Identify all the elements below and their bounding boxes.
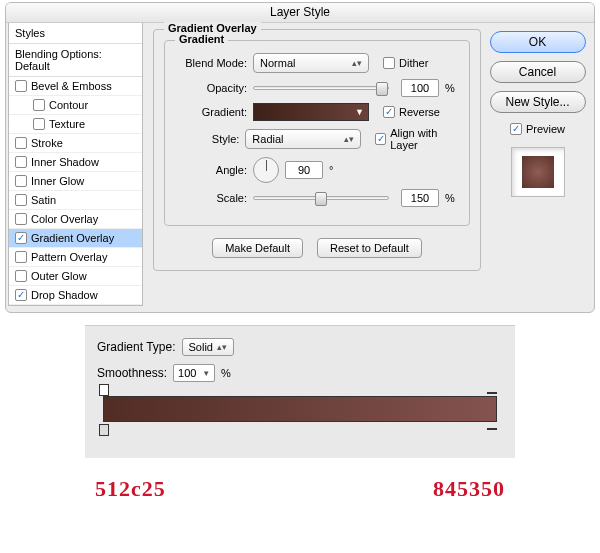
sidebar-item-bevel-emboss[interactable]: Bevel & Emboss bbox=[9, 77, 142, 96]
scale-label: Scale: bbox=[175, 192, 247, 204]
sidebar-item-label: Bevel & Emboss bbox=[31, 80, 112, 92]
sidebar-item-label: Outer Glow bbox=[31, 270, 87, 282]
reverse-label: Reverse bbox=[399, 106, 440, 118]
reverse-checkbox[interactable] bbox=[383, 106, 395, 118]
style-label: Style: bbox=[175, 133, 239, 145]
opacity-stop-right[interactable] bbox=[491, 384, 501, 400]
gradient-fieldset: Gradient Blend Mode: Normal ▴▾ Dither bbox=[164, 40, 470, 226]
chevron-down-icon: ▼ bbox=[202, 369, 210, 378]
sidebar-item-label: Drop Shadow bbox=[31, 289, 98, 301]
sidebar-item-inner-glow[interactable]: Inner Glow bbox=[9, 172, 142, 191]
sidebar-item-checkbox[interactable] bbox=[33, 99, 45, 111]
blend-mode-select[interactable]: Normal ▴▾ bbox=[253, 53, 369, 73]
sidebar-item-checkbox[interactable] bbox=[15, 270, 27, 282]
sidebar-item-label: Texture bbox=[49, 118, 85, 130]
style-value: Radial bbox=[252, 133, 283, 145]
angle-label: Angle: bbox=[175, 164, 247, 176]
sidebar-item-label: Inner Glow bbox=[31, 175, 84, 187]
smoothness-value: 100 bbox=[178, 367, 196, 379]
sidebar-item-checkbox[interactable] bbox=[15, 251, 27, 263]
sidebar-item-checkbox[interactable] bbox=[15, 156, 27, 168]
preview-swatch bbox=[511, 147, 565, 197]
sidebar-item-inner-shadow[interactable]: Inner Shadow bbox=[9, 153, 142, 172]
sidebar-item-satin[interactable]: Satin bbox=[9, 191, 142, 210]
gradient-overlay-fieldset: Gradient Overlay Gradient Blend Mode: No… bbox=[153, 29, 481, 271]
sidebar-item-checkbox[interactable] bbox=[15, 289, 27, 301]
opacity-label: Opacity: bbox=[175, 82, 247, 94]
sidebar-item-checkbox[interactable] bbox=[15, 194, 27, 206]
sidebar-item-gradient-overlay[interactable]: Gradient Overlay bbox=[9, 229, 142, 248]
sidebar-item-color-overlay[interactable]: Color Overlay bbox=[9, 210, 142, 229]
sidebar-item-label: Color Overlay bbox=[31, 213, 98, 225]
align-label: Align with Layer bbox=[390, 127, 459, 151]
sidebar-item-checkbox[interactable] bbox=[15, 175, 27, 187]
preview-label: Preview bbox=[526, 123, 565, 135]
sidebar-item-label: Contour bbox=[49, 99, 88, 111]
hex-left: 512c25 bbox=[95, 476, 166, 502]
angle-dial[interactable] bbox=[253, 157, 279, 183]
sidebar-item-contour[interactable]: Contour bbox=[9, 96, 142, 115]
sidebar-header-styles[interactable]: Styles bbox=[9, 23, 142, 44]
align-checkbox[interactable] bbox=[375, 133, 386, 145]
scale-slider[interactable] bbox=[253, 196, 389, 200]
styles-sidebar: Styles Blending Options: Default Bevel &… bbox=[8, 23, 143, 306]
settings-panel: Gradient Overlay Gradient Blend Mode: No… bbox=[143, 23, 489, 312]
sidebar-item-stroke[interactable]: Stroke bbox=[9, 134, 142, 153]
color-stop-right[interactable] bbox=[491, 420, 501, 436]
layer-style-dialog: Layer Style Styles Blending Options: Def… bbox=[5, 2, 595, 313]
fieldset-legend-inner: Gradient bbox=[175, 33, 228, 45]
degree-label: ° bbox=[329, 164, 333, 176]
make-default-button[interactable]: Make Default bbox=[212, 238, 303, 258]
opacity-slider[interactable] bbox=[253, 86, 389, 90]
style-select[interactable]: Radial ▴▾ bbox=[245, 129, 361, 149]
sidebar-item-checkbox[interactable] bbox=[15, 137, 27, 149]
gradient-type-value: Solid bbox=[189, 341, 213, 353]
blend-mode-value: Normal bbox=[260, 57, 295, 69]
hex-right: 845350 bbox=[433, 476, 505, 502]
reset-default-button[interactable]: Reset to Default bbox=[317, 238, 422, 258]
sidebar-item-pattern-overlay[interactable]: Pattern Overlay bbox=[9, 248, 142, 267]
opacity-stop-left[interactable] bbox=[99, 384, 109, 396]
smoothness-input[interactable]: 100 ▼ bbox=[173, 364, 215, 382]
angle-input[interactable]: 90 bbox=[285, 161, 323, 179]
sidebar-item-label: Pattern Overlay bbox=[31, 251, 107, 263]
sidebar-item-label: Gradient Overlay bbox=[31, 232, 114, 244]
sidebar-item-label: Inner Shadow bbox=[31, 156, 99, 168]
sidebar-item-checkbox[interactable] bbox=[15, 232, 27, 244]
percent-label: % bbox=[221, 367, 231, 379]
dialog-actions: OK Cancel New Style... Preview bbox=[489, 23, 594, 312]
gradient-type-select[interactable]: Solid ▴▾ bbox=[182, 338, 234, 356]
gradient-type-label: Gradient Type: bbox=[97, 340, 176, 354]
preview-checkbox[interactable] bbox=[510, 123, 522, 135]
cancel-button[interactable]: Cancel bbox=[490, 61, 586, 83]
sidebar-item-checkbox[interactable] bbox=[15, 213, 27, 225]
percent-label: % bbox=[445, 192, 459, 204]
updown-icon: ▴▾ bbox=[217, 342, 227, 352]
sidebar-item-label: Stroke bbox=[31, 137, 63, 149]
sidebar-item-checkbox[interactable] bbox=[15, 80, 27, 92]
new-style-button[interactable]: New Style... bbox=[490, 91, 586, 113]
gradient-editor: Gradient Type: Solid ▴▾ Smoothness: 100 … bbox=[85, 325, 515, 458]
gradient-ramp[interactable] bbox=[103, 396, 497, 422]
ok-button[interactable]: OK bbox=[490, 31, 586, 53]
sidebar-item-label: Satin bbox=[31, 194, 56, 206]
opacity-input[interactable]: 100 bbox=[401, 79, 439, 97]
gradient-label: Gradient: bbox=[175, 106, 247, 118]
updown-icon: ▴▾ bbox=[344, 135, 354, 144]
dither-checkbox[interactable] bbox=[383, 57, 395, 69]
sidebar-item-texture[interactable]: Texture bbox=[9, 115, 142, 134]
sidebar-item-checkbox[interactable] bbox=[33, 118, 45, 130]
sidebar-header-blending[interactable]: Blending Options: Default bbox=[9, 44, 142, 77]
smoothness-label: Smoothness: bbox=[97, 366, 167, 380]
scale-input[interactable]: 150 bbox=[401, 189, 439, 207]
updown-icon: ▴▾ bbox=[352, 59, 362, 68]
gradient-swatch[interactable]: ▼ bbox=[253, 103, 369, 121]
chevron-down-icon: ▼ bbox=[355, 107, 364, 117]
color-stop-left[interactable] bbox=[99, 424, 109, 436]
sidebar-item-drop-shadow[interactable]: Drop Shadow bbox=[9, 286, 142, 305]
sidebar-item-outer-glow[interactable]: Outer Glow bbox=[9, 267, 142, 286]
dither-label: Dither bbox=[399, 57, 428, 69]
dialog-title: Layer Style bbox=[6, 3, 594, 23]
percent-label: % bbox=[445, 82, 459, 94]
blend-mode-label: Blend Mode: bbox=[175, 57, 247, 69]
